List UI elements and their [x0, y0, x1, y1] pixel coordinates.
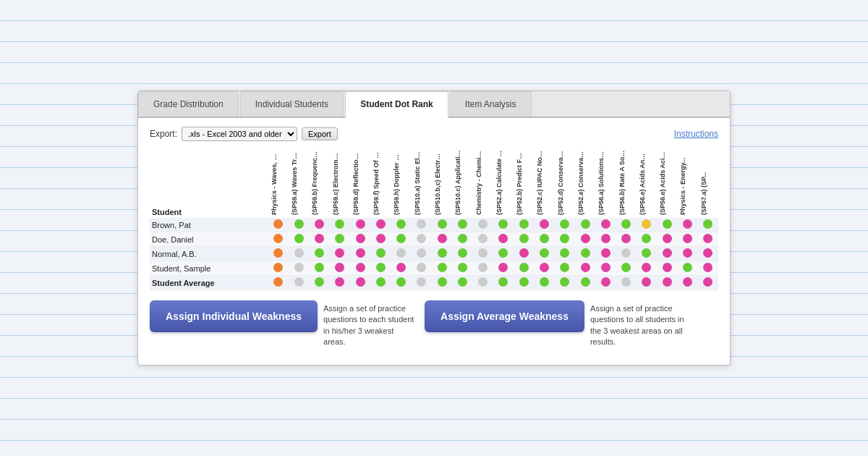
- dot-indicator: [663, 277, 672, 287]
- dot-indicator: [356, 219, 365, 229]
- dot-indicator: [294, 234, 304, 243]
- dot-indicator: [540, 219, 549, 229]
- dot-indicator: [498, 263, 508, 272]
- col-header-6: (SP59.h) Doppler Effect: [391, 148, 411, 218]
- dot-cell: [473, 247, 493, 261]
- dot-cell: [350, 276, 370, 290]
- dot-cell: [412, 247, 432, 261]
- dot-cell: [309, 232, 329, 247]
- col-header-1: (SP59.a) Waves Transfer Energ...: [289, 148, 309, 218]
- dot-indicator: [642, 277, 651, 287]
- tab-grade-distribution[interactable]: Grade Distribution: [138, 91, 239, 117]
- export-format-select[interactable]: .xls - Excel 2003 and older: [182, 127, 297, 141]
- dot-cell: [350, 247, 370, 261]
- assign-average-weakness-button[interactable]: Assign Average Weakness: [425, 300, 584, 332]
- dot-cell: [555, 232, 575, 247]
- dot-indicator: [498, 248, 508, 258]
- dot-indicator: [621, 219, 631, 229]
- dot-cell: [595, 276, 616, 290]
- dot-cell: [268, 232, 289, 247]
- dot-indicator: [356, 234, 365, 243]
- dot-indicator: [478, 219, 488, 229]
- dot-cell: [555, 276, 575, 290]
- dot-indicator: [417, 219, 426, 229]
- dot-indicator: [438, 234, 447, 243]
- dot-cell: [677, 247, 697, 261]
- assign-individual-weakness-button[interactable]: Assign Individual Weakness: [150, 300, 318, 332]
- dot-cell: [432, 232, 452, 247]
- dot-cell: [309, 218, 329, 232]
- col-header-14: (SP52.d) Conservation Of Matt...: [555, 148, 575, 218]
- tab-student-dot-rank[interactable]: Student Dot Rank: [345, 91, 448, 118]
- tab-item-analysis[interactable]: Item Analysis: [450, 91, 532, 117]
- dot-indicator: [335, 248, 344, 258]
- dot-indicator: [417, 234, 426, 243]
- table-row: Doe, Daniel: [150, 232, 718, 247]
- dot-indicator: [458, 277, 467, 287]
- dot-indicator: [560, 219, 569, 229]
- dot-cell: [330, 218, 350, 232]
- dot-cell: [534, 218, 554, 232]
- dot-indicator: [621, 248, 631, 258]
- dot-cell: [514, 276, 534, 290]
- dot-cell: [412, 261, 432, 276]
- dot-cell: [493, 247, 514, 261]
- table-row: Brown, Pat: [150, 218, 718, 232]
- dot-indicator: [519, 234, 529, 243]
- average-weakness-desc: Assign a set of practice questions to al…: [590, 300, 684, 348]
- dot-cell: [452, 218, 472, 232]
- dot-cell: [452, 276, 472, 290]
- dot-cell: [432, 247, 452, 261]
- dot-cell: [370, 218, 391, 232]
- dot-indicator: [417, 263, 426, 272]
- dot-cell: [370, 261, 391, 276]
- student-name-cell: Student Average: [150, 276, 268, 290]
- dot-indicator: [642, 263, 651, 272]
- dot-cell: [268, 218, 289, 232]
- dot-indicator: [540, 234, 549, 243]
- tab-content: Export: .xls - Excel 2003 and older Expo…: [138, 118, 730, 357]
- col-header-2: (SP59.b) Frequency And Wavele...: [309, 148, 329, 218]
- dot-cell: [616, 218, 637, 232]
- dot-cell: [575, 232, 595, 247]
- col-header-16: (SP56.a) Solutions Conductivi...: [595, 148, 616, 218]
- dot-indicator: [396, 234, 406, 243]
- main-panel: Grade Distribution Individual Students S…: [137, 90, 731, 366]
- dot-cell: [473, 232, 493, 247]
- dot-cell: [534, 232, 554, 247]
- dot-cell: [698, 247, 718, 261]
- dot-indicator: [294, 248, 304, 258]
- export-bar: Export: .xls - Excel 2003 and older Expo…: [150, 127, 718, 141]
- dot-cell: [657, 276, 677, 290]
- dot-indicator: [560, 263, 569, 272]
- col-header-4: (SP59.d) Reflection Refracti...: [350, 148, 370, 218]
- dot-cell: [309, 247, 329, 261]
- dot-cell: [391, 232, 411, 247]
- dot-cell: [412, 218, 432, 232]
- dot-indicator: [621, 263, 631, 272]
- dot-cell: [432, 218, 452, 232]
- dot-indicator: [294, 219, 304, 229]
- dot-cell: [637, 276, 657, 290]
- export-button[interactable]: Export: [302, 127, 338, 140]
- student-column-header: Student: [150, 148, 268, 218]
- dot-cell: [595, 218, 616, 232]
- dot-indicator: [273, 248, 283, 258]
- instructions-link[interactable]: Instructions: [674, 129, 718, 139]
- tab-individual-students[interactable]: Individual Students: [240, 91, 344, 117]
- dot-indicator: [458, 219, 467, 229]
- dot-cell: [698, 232, 718, 247]
- dot-cell: [350, 261, 370, 276]
- dot-cell: [330, 247, 350, 261]
- dot-cell: [370, 276, 391, 290]
- dot-cell: [575, 247, 595, 261]
- dot-indicator: [703, 248, 712, 258]
- dot-cell: [657, 232, 677, 247]
- dot-cell: [432, 261, 452, 276]
- dot-indicator: [273, 219, 283, 229]
- dot-indicator: [621, 277, 631, 287]
- col-header-9: (SP510.c) Applications Of Magn...: [452, 148, 472, 218]
- dot-cell: [514, 261, 534, 276]
- dot-cell: [637, 261, 657, 276]
- dot-cell: [657, 261, 677, 276]
